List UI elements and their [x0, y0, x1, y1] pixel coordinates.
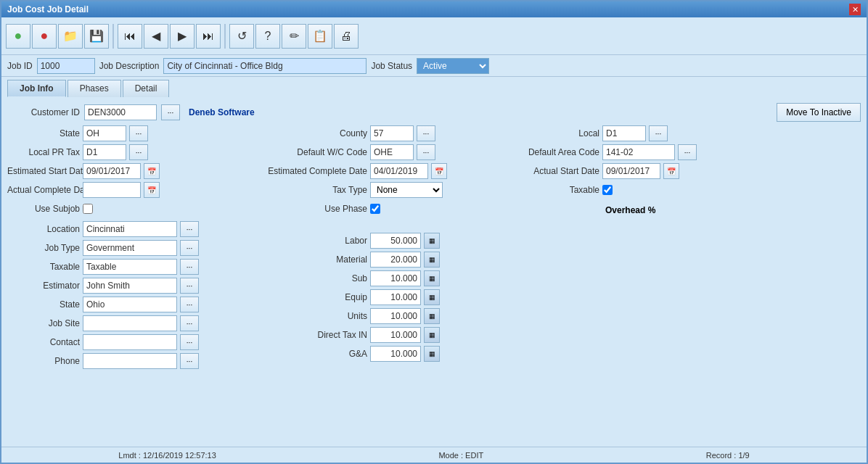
customer-id-input[interactable]: [84, 104, 157, 120]
title-bar: Job Cost Job Detail ✕: [1, 1, 867, 17]
actual-start-input[interactable]: [602, 163, 660, 179]
direct-tax-calc-btn[interactable]: ▦: [424, 327, 440, 343]
est-complete-input[interactable]: [370, 163, 428, 179]
contact-ellipsis[interactable]: ···: [180, 334, 199, 350]
overhead-section: Labor ▦ Material ▦ Sub ▦: [266, 232, 501, 362]
phone-ellipsis[interactable]: ···: [180, 353, 199, 369]
est-start-calendar[interactable]: 📅: [144, 163, 160, 179]
job-id-input[interactable]: [37, 58, 95, 74]
col-mid: County ··· Default W/C Code ··· Estimate…: [254, 125, 501, 371]
material-calc-btn[interactable]: ▦: [424, 252, 440, 268]
col-left: State ··· Local PR Tax ··· Estimated Sta…: [7, 125, 254, 371]
local-ellipsis[interactable]: ···: [649, 125, 668, 141]
header-bar: Job ID Job Description Job Status Active: [1, 55, 867, 77]
location-ellipsis[interactable]: ···: [180, 221, 199, 237]
job-site-ellipsis[interactable]: ···: [180, 315, 199, 331]
close-button[interactable]: ✕: [849, 4, 861, 15]
phone-input[interactable]: [83, 353, 177, 369]
job-type-ellipsis[interactable]: ···: [180, 240, 199, 256]
sub-calc-btn[interactable]: ▦: [424, 270, 440, 286]
est-complete-calendar[interactable]: 📅: [431, 163, 447, 179]
tax-type-label: Tax Type: [266, 185, 367, 195]
actual-complete-input[interactable]: [83, 182, 141, 198]
units-calc-btn[interactable]: ▦: [424, 308, 440, 324]
county-input[interactable]: [370, 125, 414, 141]
direct-tax-input[interactable]: [370, 327, 421, 343]
job-status-select[interactable]: Active: [417, 58, 489, 74]
state2-input[interactable]: [83, 297, 177, 312]
use-phase-checkbox[interactable]: [370, 204, 380, 214]
units-input[interactable]: [370, 308, 421, 324]
taxable2-ellipsis[interactable]: ···: [180, 259, 199, 275]
toolbar-copy-btn[interactable]: 📋: [308, 24, 332, 49]
taxable2-label: Taxable: [7, 262, 80, 272]
lmdt-status: Lmdt : 12/16/2019 12:57:13: [118, 451, 216, 460]
use-subjob-checkbox[interactable]: [83, 204, 93, 214]
use-subjob-label: Use Subjob: [7, 204, 80, 214]
est-start-input[interactable]: [83, 163, 141, 179]
toolbar-sep-1: [112, 24, 114, 49]
toolbar-first-btn[interactable]: ⏮: [118, 24, 142, 49]
default-area-input[interactable]: [602, 144, 675, 160]
toolbar-print-btn[interactable]: 🖨: [334, 24, 359, 49]
tab-detail[interactable]: Detail: [123, 80, 170, 97]
taxable-checkbox[interactable]: [602, 185, 613, 195]
equip-calc-btn[interactable]: ▦: [424, 289, 440, 305]
default-wc-input[interactable]: [370, 144, 414, 160]
taxable2-input[interactable]: [83, 259, 177, 275]
state2-label: State: [7, 299, 80, 310]
contact-input[interactable]: [83, 334, 177, 350]
toolbar-prev-btn[interactable]: ◀: [144, 24, 168, 49]
actual-start-calendar[interactable]: 📅: [663, 163, 679, 179]
labor-input[interactable]: [370, 233, 421, 249]
state2-ellipsis[interactable]: ···: [180, 297, 199, 312]
state-input[interactable]: [83, 125, 126, 141]
mode-status: Mode : EDIT: [438, 451, 483, 460]
state-ellipsis[interactable]: ···: [129, 125, 148, 141]
move-inactive-button[interactable]: Move To Inactive: [777, 103, 861, 122]
contact-label: Contact: [7, 337, 80, 347]
tab-phases[interactable]: Phases: [67, 80, 121, 97]
ga-calc-btn[interactable]: ▦: [424, 346, 440, 362]
state-label: State: [7, 128, 80, 138]
location-label: Location: [7, 224, 80, 234]
toolbar-green-btn[interactable]: ●: [6, 24, 30, 49]
job-site-label: Job Site: [7, 318, 80, 328]
toolbar-open-btn[interactable]: 📁: [58, 24, 83, 49]
toolbar-red-btn[interactable]: ●: [32, 24, 57, 49]
job-desc-input[interactable]: [163, 58, 367, 74]
default-wc-ellipsis[interactable]: ···: [417, 144, 435, 160]
local-pr-tax-input[interactable]: [83, 144, 126, 160]
equip-input[interactable]: [370, 289, 421, 305]
local-input[interactable]: [602, 125, 646, 141]
toolbar-sep-2: [224, 24, 226, 49]
actual-complete-calendar[interactable]: 📅: [144, 182, 160, 198]
location-input[interactable]: [83, 221, 177, 237]
toolbar-last-btn[interactable]: ⏭: [196, 24, 221, 49]
toolbar-save-btn[interactable]: 💾: [84, 24, 109, 49]
default-area-label: Default Area Code: [512, 147, 599, 157]
customer-id-ellipsis[interactable]: ···: [161, 104, 180, 120]
sub-input[interactable]: [370, 270, 421, 286]
local-label: Local: [512, 128, 599, 138]
toolbar-next-btn[interactable]: ▶: [170, 24, 195, 49]
labor-calc-btn[interactable]: ▦: [424, 233, 440, 249]
default-area-ellipsis[interactable]: ···: [678, 144, 697, 160]
toolbar-help-btn[interactable]: ?: [255, 24, 280, 49]
form-area: Customer ID ··· Deneb Software Move To I…: [1, 97, 867, 447]
toolbar-refresh-btn[interactable]: ↺: [229, 24, 254, 49]
estimator-input[interactable]: [83, 278, 177, 294]
tax-type-select[interactable]: None: [370, 182, 443, 198]
estimator-ellipsis[interactable]: ···: [180, 278, 199, 294]
toolbar-edit-btn[interactable]: ✏: [282, 24, 306, 49]
tab-job-info[interactable]: Job Info: [7, 80, 66, 97]
units-label: Units: [266, 311, 367, 321]
ga-input[interactable]: [370, 346, 421, 362]
job-type-input[interactable]: [83, 240, 177, 256]
job-desc-label: Job Description: [99, 61, 160, 71]
county-ellipsis[interactable]: ···: [417, 125, 435, 141]
job-site-input[interactable]: [83, 315, 177, 331]
material-input[interactable]: [370, 252, 421, 268]
local-pr-tax-ellipsis[interactable]: ···: [129, 144, 148, 160]
three-col-layout: State ··· Local PR Tax ··· Estimated Sta…: [7, 125, 861, 371]
